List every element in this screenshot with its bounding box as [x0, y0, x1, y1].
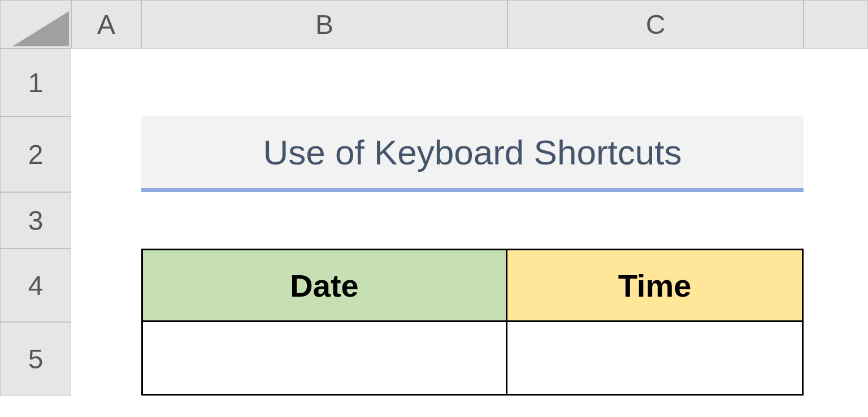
- col-header-extra[interactable]: [804, 0, 868, 49]
- cell-c3[interactable]: [507, 192, 804, 249]
- cell-a1[interactable]: [71, 49, 141, 116]
- cell-b3[interactable]: [141, 192, 507, 249]
- cell-a4[interactable]: [71, 249, 141, 322]
- row-header-4[interactable]: 4: [0, 249, 71, 322]
- row-header-3[interactable]: 3: [0, 192, 71, 249]
- cell-b5-date[interactable]: [141, 322, 507, 396]
- cell-c1[interactable]: [507, 49, 804, 116]
- page-title: Use of Keyboard Shortcuts: [141, 116, 804, 192]
- col-header-b[interactable]: B: [141, 0, 507, 49]
- cell-d5-edge[interactable]: [804, 322, 868, 396]
- cell-c5-time[interactable]: [507, 322, 804, 396]
- cell-b1[interactable]: [141, 49, 507, 116]
- col-header-c[interactable]: C: [507, 0, 804, 49]
- row-header-1[interactable]: 1: [0, 49, 71, 116]
- select-all-corner[interactable]: [0, 0, 71, 49]
- spreadsheet-grid: A B C 1 2 Use of Keyboard Shortcuts 3 4 …: [0, 0, 868, 396]
- table-header-time[interactable]: Time: [507, 249, 804, 322]
- cell-d3-edge[interactable]: [804, 192, 868, 249]
- row-header-2[interactable]: 2: [0, 116, 71, 192]
- row-header-5[interactable]: 5: [0, 322, 71, 396]
- title-merged-cell[interactable]: Use of Keyboard Shortcuts: [141, 116, 804, 192]
- cell-a2[interactable]: [71, 116, 141, 192]
- cell-a5[interactable]: [71, 322, 141, 396]
- cell-a3[interactable]: [71, 192, 141, 249]
- cell-d1[interactable]: [804, 49, 868, 116]
- col-header-a[interactable]: A: [71, 0, 141, 49]
- table-header-date[interactable]: Date: [141, 249, 507, 322]
- cell-d4-edge[interactable]: [804, 249, 868, 322]
- cell-d2-edge[interactable]: [804, 116, 868, 192]
